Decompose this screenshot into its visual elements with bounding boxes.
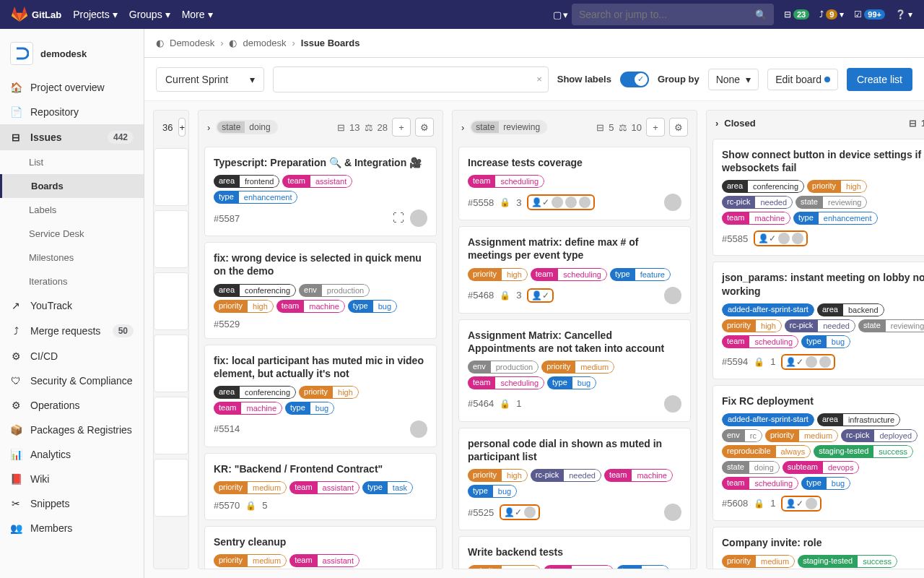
show-labels-toggle[interactable] <box>620 72 649 87</box>
label-priority-medium[interactable]: prioritymedium <box>214 481 287 494</box>
sidebar-item-merge-requests[interactable]: ⤴Merge requests50 <box>0 318 144 344</box>
label-type-tests[interactable]: typetests <box>616 565 669 569</box>
label-added-after-sprint-start[interactable]: added-after-sprint-start <box>722 413 814 426</box>
label-subteam-devops[interactable]: subteamdevops <box>783 461 860 474</box>
label-team-scheduling[interactable]: teamscheduling <box>722 477 798 490</box>
sidebar-item-analytics[interactable]: 📊Analytics <box>0 442 144 467</box>
label-type-enhancement[interactable]: typeenhancement <box>793 212 877 225</box>
avatar[interactable] <box>664 504 681 521</box>
avatar[interactable] <box>410 420 427 438</box>
label-reproducible-always[interactable]: reproduciblealways <box>722 445 811 458</box>
menu-groups[interactable]: Groups ▾ <box>129 9 170 20</box>
avatar[interactable] <box>664 287 681 304</box>
chevron-right-icon[interactable]: › <box>461 122 464 133</box>
assignee-highlight[interactable]: 👤✓ <box>781 496 821 512</box>
menu-more[interactable]: More ▾ <box>182 9 213 20</box>
assignee-highlight[interactable]: 👤✓ <box>500 504 540 520</box>
issue-card[interactable]: Show connect button in device settings i… <box>712 139 924 256</box>
label-area-conferencing[interactable]: areaconferencing <box>214 386 296 399</box>
label-type-bug[interactable]: typebug <box>801 477 850 490</box>
issue-id[interactable]: #5608 <box>722 498 748 509</box>
label-type-bug[interactable]: typebug <box>285 402 334 415</box>
label-priority-high[interactable]: priorityhigh <box>299 386 359 399</box>
issue-card[interactable]: personal code dial in shown as muted in … <box>458 428 691 530</box>
edit-board-button[interactable]: Edit board <box>767 69 838 90</box>
label-priority-high[interactable]: priorityhigh <box>468 469 528 482</box>
label-env-rc[interactable]: envrc <box>722 429 762 442</box>
label-type-enhancement[interactable]: typeenhancement <box>214 191 297 204</box>
issue-id[interactable]: #5587 <box>214 213 240 224</box>
label-priority-medium[interactable]: prioritymedium <box>765 429 838 442</box>
group-by-select[interactable]: None ▾ <box>708 69 759 90</box>
issues-counter[interactable]: ⊟23 <box>784 9 809 20</box>
label-added-after-sprint-start[interactable]: added-after-sprint-start <box>722 303 814 316</box>
issue-id[interactable]: #5468 <box>468 290 494 301</box>
column-settings-button[interactable]: ⚙ <box>669 118 688 137</box>
label-state-reviewing[interactable]: statereviewing <box>858 319 924 332</box>
avatar[interactable] <box>664 395 681 413</box>
board-filter[interactable]: × <box>273 66 549 92</box>
label-priority-high[interactable]: priorityhigh <box>722 319 782 332</box>
sidebar-sub-milestones[interactable]: Milestones <box>0 246 144 269</box>
mr-counter[interactable]: ⤴9 ▾ <box>819 9 844 20</box>
issue-id[interactable]: #5464 <box>468 398 494 409</box>
label-team-assistant[interactable]: teamassistant <box>289 554 359 567</box>
assignee-highlight[interactable]: 👤✓ <box>527 288 554 303</box>
issue-id[interactable]: #5594 <box>722 356 748 367</box>
partial-card[interactable] <box>154 210 188 268</box>
issue-card[interactable]: Company invite: role prioritymediumstagi… <box>712 527 924 569</box>
label-state-reviewing[interactable]: statereviewing <box>796 196 867 209</box>
column-settings-button[interactable]: ⚙ <box>415 118 434 137</box>
sidebar-item-wiki[interactable]: 📕Wiki <box>0 467 144 491</box>
label-type-task[interactable]: typetask <box>362 481 413 494</box>
sidebar-item-project-overview[interactable]: 🏠Project overview <box>0 75 144 100</box>
issue-card[interactable]: json_params: instant meeting on lobby no… <box>712 262 924 379</box>
assignee-highlight[interactable]: 👤✓ <box>781 354 835 370</box>
search-input[interactable] <box>579 9 751 20</box>
label-priority-high[interactable]: priorityhigh <box>468 268 528 281</box>
label-staging-tested-success[interactable]: staging-testedsuccess <box>798 555 897 568</box>
label-priority-medium[interactable]: prioritymedium <box>214 554 287 567</box>
label-priority-medium[interactable]: prioritymedium <box>468 565 541 569</box>
sidebar-sub-labels[interactable]: Labels <box>0 198 144 222</box>
label-area-conferencing[interactable]: areaconferencing <box>214 284 296 297</box>
help-menu[interactable]: ❔▾ <box>895 9 912 20</box>
label-staging-tested-success[interactable]: staging-testedsuccess <box>814 445 913 458</box>
issue-card[interactable]: fix: wrong device is selected in quick m… <box>204 242 437 338</box>
sidebar-sub-boards[interactable]: Boards <box>0 174 144 198</box>
label-area-frontend[interactable]: areafrontend <box>214 175 279 188</box>
label-team-assistant[interactable]: teamassistant <box>544 565 614 569</box>
partial-card[interactable] <box>154 335 188 392</box>
label-type-bug[interactable]: typebug <box>468 485 517 498</box>
label-env-production[interactable]: envproduction <box>468 361 539 374</box>
label-rc-pick-needed[interactable]: rc-pickneeded <box>785 319 855 332</box>
label-priority-medium[interactable]: prioritymedium <box>722 555 795 568</box>
issue-card[interactable]: Assignment Matrix: Cancelled Appointment… <box>458 319 691 422</box>
issue-card[interactable]: Fix RC deployment added-after-sprint-sta… <box>712 385 924 521</box>
label-priority-high[interactable]: priorityhigh <box>214 300 274 313</box>
sidebar-item-issues[interactable]: ⊟Issues442 <box>0 124 144 150</box>
label-area-backend[interactable]: areabackend <box>817 303 884 316</box>
issue-card[interactable]: Write backend tests prioritymediumteamas… <box>458 536 691 569</box>
menu-projects[interactable]: Projects ▾ <box>73 9 118 20</box>
issue-id[interactable]: #5585 <box>722 233 748 244</box>
breadcrumb-page[interactable]: Issue Boards <box>301 38 360 48</box>
assignee-highlight[interactable]: 👤✓ <box>754 230 808 246</box>
sidebar-item-youtrack[interactable]: ↗YouTrack <box>0 293 144 318</box>
issue-card[interactable]: Increase tests coverage teamscheduling #… <box>458 147 691 220</box>
label-team-scheduling[interactable]: teamscheduling <box>468 376 544 389</box>
issue-id[interactable]: #5529 <box>214 319 240 329</box>
label-type-bug[interactable]: typebug <box>348 300 397 313</box>
sidebar-item-operations[interactable]: ⚙Operations <box>0 393 144 418</box>
clear-icon[interactable]: × <box>536 74 542 85</box>
global-search[interactable]: 🔍 <box>572 4 774 25</box>
partial-card[interactable] <box>154 459 188 517</box>
partial-card[interactable] <box>154 397 188 454</box>
label-type-feature[interactable]: typefeature <box>610 268 671 281</box>
issue-card[interactable]: fix: local participant has muted mic in … <box>204 345 437 447</box>
board-selector[interactable]: Current Sprint ▾ <box>156 67 264 92</box>
label-team-machine[interactable]: teammachine <box>214 402 282 415</box>
label-priority-medium[interactable]: prioritymedium <box>541 361 614 374</box>
breadcrumb-group[interactable]: Demodesk <box>170 38 214 48</box>
new-dropdown[interactable]: ▢▾ <box>550 4 572 25</box>
